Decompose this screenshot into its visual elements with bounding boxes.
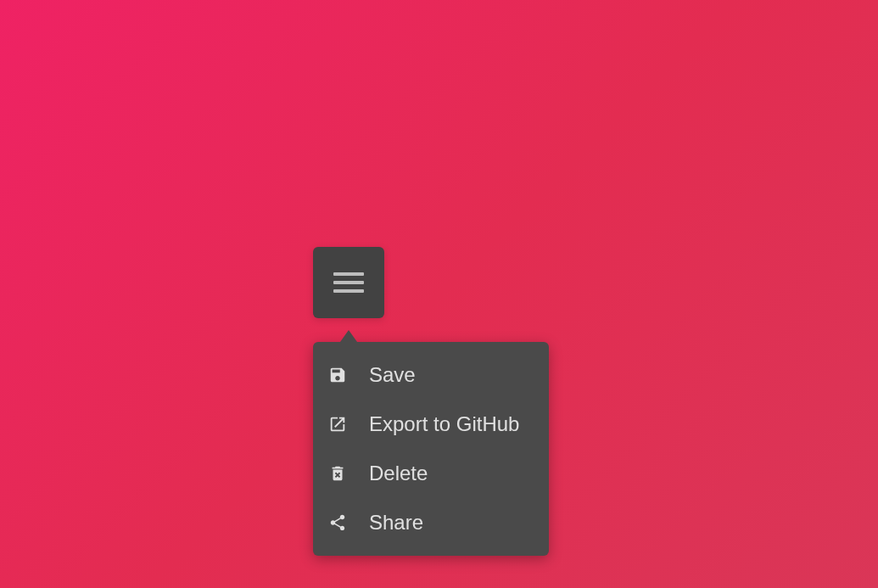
save-icon: [328, 366, 347, 384]
menu-item-label: Export to GitHub: [369, 412, 519, 436]
hamburger-icon: [333, 272, 364, 293]
menu-item-save[interactable]: Save: [313, 350, 549, 400]
share-icon: [328, 513, 347, 532]
menu-item-label: Delete: [369, 462, 428, 485]
menu-item-delete[interactable]: Delete: [313, 449, 549, 498]
menu-item-export[interactable]: Export to GitHub: [313, 400, 549, 449]
menu-item-label: Save: [369, 363, 416, 387]
menu-button[interactable]: [313, 247, 384, 318]
delete-icon: [328, 464, 347, 483]
menu-item-share[interactable]: Share: [313, 498, 549, 547]
menu-popover: Save Export to GitHub Delete Share: [313, 342, 549, 556]
menu-item-label: Share: [369, 511, 423, 535]
export-icon: [328, 415, 347, 434]
